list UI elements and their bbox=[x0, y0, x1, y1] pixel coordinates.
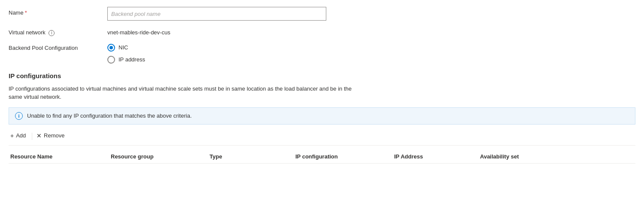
info-banner-icon: i bbox=[15, 112, 23, 120]
section-description: IP configurations associated to virtual … bbox=[9, 85, 352, 101]
add-button[interactable]: + Add bbox=[9, 131, 29, 141]
backend-pool-config-label-text: Backend Pool Configuration bbox=[9, 45, 78, 51]
radio-group: NIC IP address bbox=[107, 42, 635, 64]
name-input-container bbox=[107, 7, 635, 21]
virtual-network-label-text: Virtual network bbox=[9, 29, 46, 36]
col-resource-name: Resource Name bbox=[9, 153, 107, 160]
radio-ip-circle bbox=[107, 56, 115, 64]
add-icon: + bbox=[10, 132, 14, 139]
virtual-network-value: vnet-mables-ride-dev-cus bbox=[107, 27, 635, 36]
remove-icon: ✕ bbox=[36, 132, 42, 139]
radio-nic-label: NIC bbox=[118, 44, 128, 51]
col-resource-group: Resource group bbox=[107, 153, 206, 160]
col-ip-configuration: IP configuration bbox=[292, 153, 391, 160]
radio-ip-address[interactable]: IP address bbox=[107, 56, 635, 64]
backend-pool-config-options: NIC IP address bbox=[107, 42, 635, 64]
col-ip-address: IP Address bbox=[391, 153, 477, 160]
toolbar: + Add | ✕ Remove bbox=[9, 131, 635, 141]
info-banner-text: Unable to find any IP configuration that… bbox=[27, 113, 192, 119]
col-type: Type bbox=[206, 153, 292, 160]
radio-nic-circle bbox=[107, 44, 115, 52]
remove-button[interactable]: ✕ Remove bbox=[35, 131, 68, 141]
section-title: IP configurations bbox=[9, 72, 635, 79]
toolbar-separator: | bbox=[31, 132, 33, 140]
toolbar-divider bbox=[9, 145, 635, 146]
virtual-network-value-container: vnet-mables-ride-dev-cus bbox=[107, 27, 635, 36]
col-availability-set: Availability set bbox=[477, 153, 562, 160]
info-banner: i Unable to find any IP configuration th… bbox=[9, 107, 635, 125]
virtual-network-label: Virtual network i bbox=[9, 27, 107, 36]
backend-pool-config-label: Backend Pool Configuration bbox=[9, 42, 107, 51]
backend-pool-config-row: Backend Pool Configuration NIC IP addres… bbox=[9, 42, 635, 64]
required-marker: * bbox=[25, 9, 27, 16]
table-header: Resource Name Resource group Type IP con… bbox=[9, 149, 635, 164]
virtual-network-info-icon[interactable]: i bbox=[49, 30, 55, 36]
name-label-text: Name bbox=[9, 9, 24, 16]
radio-ip-label: IP address bbox=[118, 56, 145, 63]
add-label: Add bbox=[16, 132, 26, 139]
remove-label: Remove bbox=[44, 132, 64, 139]
ip-configurations-section: IP configurations IP configurations asso… bbox=[9, 72, 635, 164]
radio-nic[interactable]: NIC bbox=[107, 44, 635, 52]
backend-pool-name-input[interactable] bbox=[107, 7, 326, 21]
virtual-network-row: Virtual network i vnet-mables-ride-dev-c… bbox=[9, 27, 635, 36]
name-row: Name* bbox=[9, 7, 635, 21]
name-label: Name* bbox=[9, 7, 107, 16]
